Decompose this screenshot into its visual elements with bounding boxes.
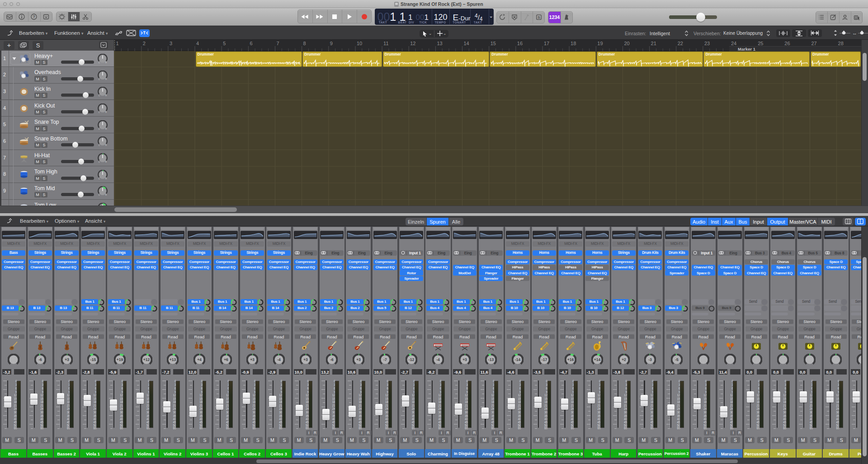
svg-text:+2: +2 bbox=[622, 357, 626, 362]
svg-text:R: R bbox=[105, 78, 107, 80]
svg-text:L: L bbox=[99, 111, 100, 113]
svg-text:+3: +3 bbox=[250, 357, 255, 362]
svg-text:+3: +3 bbox=[303, 357, 308, 362]
svg-text:+4: +4 bbox=[197, 357, 202, 362]
svg-text:+14: +14 bbox=[594, 357, 601, 362]
svg-text:S: S bbox=[538, 15, 540, 19]
svg-text:-6: -6 bbox=[330, 357, 334, 362]
svg-text:L: L bbox=[99, 161, 100, 163]
svg-text:R: R bbox=[105, 144, 107, 146]
svg-text:R: R bbox=[105, 178, 107, 180]
svg-text:-7: -7 bbox=[383, 357, 387, 362]
svg-text:-5: -5 bbox=[675, 357, 679, 362]
svg-text:L: L bbox=[99, 178, 100, 180]
svg-text:-15: -15 bbox=[90, 357, 96, 362]
svg-text:-4: -4 bbox=[277, 357, 281, 362]
svg-text:?: ? bbox=[33, 14, 35, 19]
svg-text:+3: +3 bbox=[65, 357, 69, 362]
svg-text:L: L bbox=[99, 144, 100, 146]
svg-text:-17: -17 bbox=[542, 357, 547, 362]
svg-text:R: R bbox=[105, 128, 107, 130]
svg-text:+3: +3 bbox=[462, 357, 467, 362]
svg-text:+16: +16 bbox=[567, 357, 574, 362]
svg-text:-13: -13 bbox=[488, 357, 494, 362]
svg-text:R: R bbox=[105, 161, 107, 163]
svg-text:+13: +13 bbox=[170, 357, 176, 362]
svg-text:+19: +19 bbox=[117, 357, 123, 362]
svg-text:-12: -12 bbox=[409, 357, 415, 362]
svg-text:-6: -6 bbox=[38, 357, 42, 362]
svg-text:-3: -3 bbox=[649, 357, 652, 362]
svg-text:-4: -4 bbox=[436, 357, 440, 362]
svg-text:L: L bbox=[99, 194, 100, 196]
svg-text:L: L bbox=[99, 94, 100, 97]
svg-text:R: R bbox=[105, 94, 107, 97]
svg-text:R: R bbox=[105, 194, 107, 196]
svg-text:+12: +12 bbox=[143, 357, 150, 362]
svg-text:+6: +6 bbox=[224, 357, 228, 362]
svg-text:L: L bbox=[99, 61, 100, 64]
svg-text:+3: +3 bbox=[356, 357, 361, 362]
svg-text:R: R bbox=[105, 111, 107, 113]
svg-text:-14: -14 bbox=[515, 357, 521, 362]
svg-text:L: L bbox=[99, 128, 100, 130]
svg-text:R: R bbox=[105, 61, 107, 64]
svg-text:L: L bbox=[99, 78, 100, 80]
